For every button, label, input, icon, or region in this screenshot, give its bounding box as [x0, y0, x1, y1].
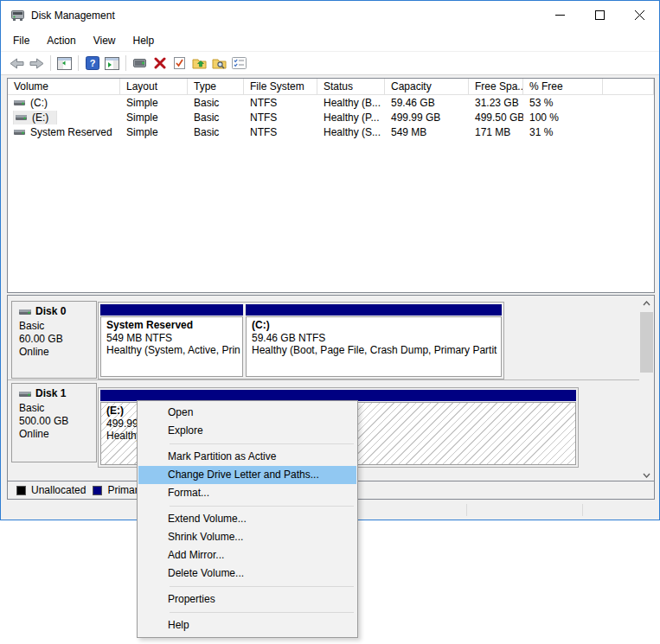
menu-item-help[interactable]: Help: [138, 616, 356, 634]
screen: Disk Management File Action View Help: [0, 0, 660, 644]
close-button[interactable]: [619, 1, 659, 29]
volume-row-e[interactable]: (E:) Simple Basic NTFS Healthy (P... 499…: [8, 110, 654, 124]
menu-separator: [170, 612, 354, 613]
disk-size: 500.00 GB: [19, 415, 96, 428]
cell-capacity: 59.46 GB: [385, 97, 469, 109]
volume-list-pane: Volume Layout Type File System Status Ca…: [7, 78, 655, 293]
partition-c[interactable]: (C:) 59.46 GB NTFS Healthy (Boot, Page F…: [246, 304, 502, 377]
menu-item-mark-partition-active[interactable]: Mark Partition as Active: [138, 448, 356, 466]
partition-health: Healthy (Boot, Page File, Crash Dump, Pr…: [252, 344, 501, 357]
cell-layout: Simple: [120, 126, 188, 138]
partition-name: System Reserved: [106, 319, 242, 332]
menu-action[interactable]: Action: [39, 31, 83, 50]
column-header-capacity[interactable]: Capacity: [385, 79, 469, 94]
explore-button[interactable]: [209, 54, 229, 73]
back-button[interactable]: [7, 54, 27, 73]
statusbar-divider: [466, 504, 467, 516]
window-title: Disk Management: [31, 10, 115, 22]
legend-unallocated: Unallocated: [16, 484, 86, 496]
checklist-icon: [232, 57, 247, 69]
menu-file[interactable]: File: [5, 31, 37, 50]
disk-row-divider: [8, 379, 654, 380]
partition-health: Healthy (System, Active, Prin: [106, 344, 242, 357]
minimize-button[interactable]: [540, 1, 580, 29]
delete-volume-button[interactable]: [150, 54, 170, 73]
show-console-tree-button[interactable]: [54, 54, 74, 73]
disk-status: Online: [19, 428, 96, 441]
partition-size: 549 MB NTFS: [106, 332, 242, 345]
scrollbar-thumb[interactable]: [640, 312, 653, 373]
delete-icon: [154, 57, 166, 69]
help-button[interactable]: ?: [82, 54, 102, 73]
menu-help[interactable]: Help: [125, 31, 163, 50]
menu-item-properties[interactable]: Properties: [138, 590, 356, 609]
column-header-pctfree[interactable]: % Free: [523, 79, 603, 94]
scroll-up-arrow[interactable]: [639, 296, 654, 309]
column-header-blank: [603, 79, 654, 94]
vertical-scrollbar[interactable]: [639, 296, 654, 482]
disk0-label[interactable]: Disk 0 Basic 60.00 GB Online: [11, 301, 97, 379]
column-header-filesystem[interactable]: File System: [244, 79, 317, 94]
menu-item-shrink-volume[interactable]: Shrink Volume...: [138, 528, 356, 546]
volume-name: (C:): [30, 97, 48, 109]
toolbar: ?: [1, 52, 659, 75]
scroll-down-arrow[interactable]: [639, 469, 654, 481]
volume-disk-icon: [14, 99, 26, 106]
cell-fs: NTFS: [244, 112, 317, 124]
column-header-layout[interactable]: Layout: [120, 79, 188, 94]
disk-status: Online: [19, 346, 96, 359]
title-bar: Disk Management: [1, 1, 659, 29]
open-button[interactable]: [189, 54, 209, 73]
menu-item-explore[interactable]: Explore: [138, 422, 356, 440]
menu-item-open[interactable]: Open: [138, 404, 356, 422]
menu-item-format[interactable]: Format...: [138, 484, 356, 502]
column-header-volume[interactable]: Volume: [8, 79, 120, 94]
primary-partition-bar: [100, 304, 243, 316]
cell-pct: 100 %: [523, 112, 603, 124]
cell-pct: 53 %: [523, 97, 603, 109]
partition-name: (C:): [252, 319, 501, 332]
volume-list-header: Volume Layout Type File System Status Ca…: [8, 79, 654, 95]
column-header-status[interactable]: Status: [317, 79, 385, 94]
cell-pct: 31 %: [523, 126, 603, 138]
cell-layout: Simple: [120, 112, 188, 124]
statusbar-divider: [582, 504, 583, 516]
volume-row-c[interactable]: (C:) Simple Basic NTFS Healthy (B... 59.…: [8, 95, 654, 110]
partition-system-reserved[interactable]: System Reserved 549 MB NTFS Healthy (Sys…: [100, 304, 243, 377]
console-window-button[interactable]: [130, 54, 150, 73]
maximize-button[interactable]: [580, 1, 619, 29]
properties-list-button[interactable]: [229, 54, 249, 73]
disk-name-text: Disk 0: [35, 305, 66, 318]
show-action-pane-button[interactable]: [102, 54, 122, 73]
menu-item-change-drive-letter[interactable]: Change Drive Letter and Paths...: [138, 466, 356, 484]
cell-status: Healthy (P...: [317, 112, 385, 124]
volume-disk-icon: [14, 129, 26, 136]
cell-type: Basic: [188, 97, 244, 109]
cell-status: Healthy (B...: [317, 97, 385, 109]
menu-view[interactable]: View: [86, 31, 124, 50]
menu-separator: [170, 443, 354, 444]
disk-icon: [19, 391, 32, 398]
cell-type: Basic: [188, 126, 244, 138]
cell-free: 171 MB: [469, 126, 523, 138]
toolbar-separator: [125, 55, 126, 71]
folder-search-icon: [212, 57, 227, 70]
primary-partition-bar: [246, 304, 502, 316]
disk1-label[interactable]: Disk 1 Basic 500.00 GB Online: [11, 383, 97, 462]
forward-button[interactable]: [27, 54, 47, 73]
cell-capacity: 499.99 GB: [385, 112, 469, 124]
column-header-freespace[interactable]: Free Spa...: [469, 79, 523, 94]
check-document-icon: [173, 56, 186, 70]
column-header-type[interactable]: Type: [188, 79, 244, 94]
disk-name-text: Disk 1: [35, 387, 66, 400]
menu-item-extend-volume[interactable]: Extend Volume...: [138, 510, 356, 528]
mark-check-button[interactable]: [170, 54, 189, 73]
menu-item-delete-volume[interactable]: Delete Volume...: [138, 564, 356, 583]
console-tree-icon: [57, 57, 72, 70]
cell-capacity: 549 MB: [385, 126, 469, 138]
cell-layout: Simple: [120, 97, 188, 109]
window-controls: [540, 1, 659, 29]
menu-item-add-mirror[interactable]: Add Mirror...: [138, 546, 356, 564]
svg-text:?: ?: [89, 58, 95, 68]
volume-row-system-reserved[interactable]: System Reserved Simple Basic NTFS Health…: [8, 124, 654, 139]
